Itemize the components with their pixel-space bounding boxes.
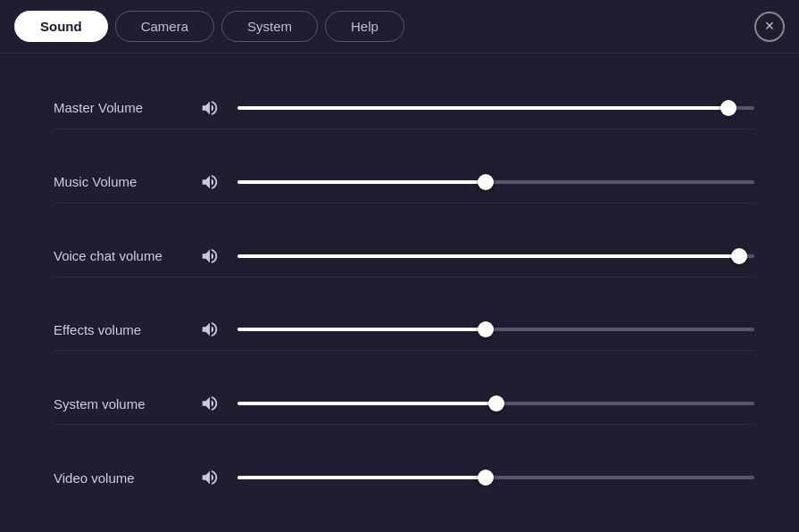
speaker-icon-video — [196, 468, 223, 487]
slider-label-effects: Effects volume — [54, 322, 196, 337]
speaker-icon-system — [196, 394, 223, 413]
slider-row-music-volume: Music Volume — [54, 162, 754, 204]
slider-system[interactable] — [237, 395, 754, 412]
speaker-icon-effects — [196, 320, 223, 339]
slider-label-voice-chat: Voice chat volume — [54, 248, 196, 263]
main-content: Master Volume Music Volume — [0, 54, 799, 532]
speaker-icon-master — [196, 98, 223, 118]
tab-system[interactable]: System — [221, 11, 318, 42]
slider-label-master-volume: Master Volume — [54, 100, 196, 115]
app-container: Sound Camera System Help × Master Volume — [0, 0, 799, 532]
slider-label-system: System volume — [54, 396, 196, 411]
tab-sound[interactable]: Sound — [14, 11, 108, 42]
slider-row-voice-chat: Voice chat volume — [54, 236, 754, 278]
slider-row-master-volume: Master Volume — [54, 87, 754, 129]
speaker-icon-music — [196, 172, 223, 192]
slider-row-system: System volume — [54, 383, 754, 425]
slider-voice-chat[interactable] — [237, 247, 754, 265]
speaker-icon-voice — [196, 246, 223, 266]
slider-effects[interactable] — [237, 320, 754, 338]
slider-video[interactable] — [237, 469, 754, 486]
slider-music-volume[interactable] — [237, 173, 754, 191]
tab-bar: Sound Camera System Help × — [0, 0, 799, 54]
slider-row-effects: Effects volume — [54, 309, 754, 351]
slider-label-video: Video volume — [54, 470, 196, 486]
slider-label-music-volume: Music Volume — [54, 174, 196, 189]
tab-help[interactable]: Help — [325, 11, 404, 42]
slider-master-volume[interactable] — [237, 99, 754, 117]
close-button[interactable]: × — [754, 12, 785, 42]
slider-row-video: Video volume — [54, 457, 754, 498]
tab-camera[interactable]: Camera — [115, 11, 214, 42]
